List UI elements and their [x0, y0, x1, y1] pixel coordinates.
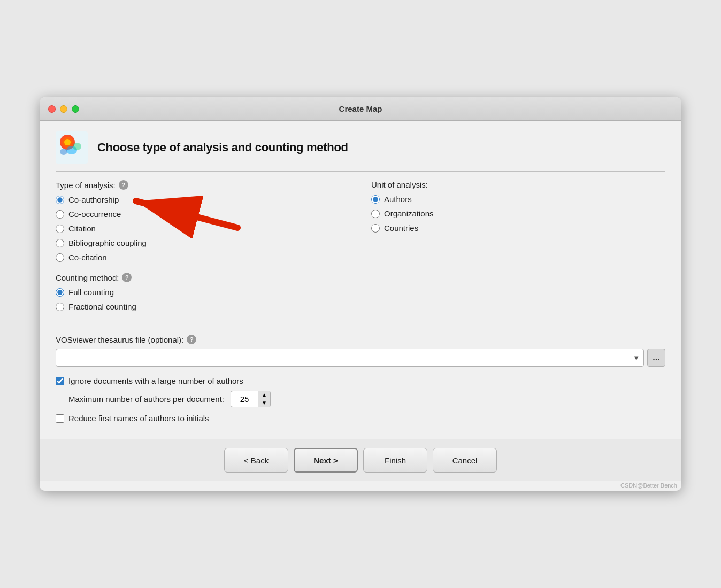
- thesaurus-dropdown[interactable]: [56, 349, 644, 367]
- radio-authors[interactable]: Authors: [371, 195, 665, 204]
- radio-fractional-counting[interactable]: Fractional counting: [56, 302, 350, 311]
- right-column: Unit of analysis: Authors Organizations …: [371, 180, 665, 322]
- main-window: Create Map Choose type of analysis and c…: [40, 97, 681, 491]
- counting-method-label: Counting method: ?: [56, 273, 350, 282]
- content-area: Choose type of analysis and counting met…: [40, 121, 681, 439]
- minimize-button[interactable]: [60, 105, 67, 113]
- header: Choose type of analysis and counting met…: [56, 131, 665, 172]
- radio-countries[interactable]: Countries: [371, 223, 665, 233]
- radio-co-authorship[interactable]: Co-authorship: [56, 195, 350, 204]
- max-authors-input[interactable]: 25: [231, 392, 258, 406]
- cancel-button[interactable]: Cancel: [433, 448, 497, 473]
- analysis-help-icon[interactable]: ?: [119, 180, 128, 190]
- svg-point-3: [64, 139, 71, 145]
- titlebar: Create Map: [40, 97, 681, 121]
- radio-bibliographic-coupling[interactable]: Bibliographic coupling: [56, 238, 350, 247]
- max-authors-stepper[interactable]: 25 ▲ ▼: [231, 391, 271, 407]
- ignore-docs-checkbox[interactable]: [56, 377, 64, 385]
- page-title: Choose type of analysis and counting met…: [97, 141, 348, 154]
- stepper-buttons: ▲ ▼: [258, 391, 270, 407]
- radio-co-occurrence[interactable]: Co-occurrence: [56, 210, 350, 219]
- analysis-type-label: Type of analysis: ?: [56, 180, 350, 190]
- back-button[interactable]: < Back: [224, 448, 288, 473]
- radio-full-counting[interactable]: Full counting: [56, 288, 350, 297]
- unit-analysis-label: Unit of analysis:: [371, 180, 665, 189]
- thesaurus-label: VOSviewer thesaurus file (optional): ?: [56, 335, 665, 344]
- unit-analysis-group: Authors Organizations Countries: [371, 195, 665, 233]
- thesaurus-input-row: ▼ ...: [56, 349, 665, 367]
- close-button[interactable]: [48, 105, 56, 113]
- traffic-lights: [48, 105, 79, 113]
- analysis-type-group: Co-authorship Co-occurrence Citation Bib…: [56, 195, 350, 262]
- radio-co-citation[interactable]: Co-citation: [56, 253, 350, 262]
- app-logo: [56, 131, 88, 164]
- stepper-down-button[interactable]: ▼: [258, 399, 270, 407]
- maximize-button[interactable]: [72, 105, 79, 113]
- svg-point-5: [60, 149, 67, 155]
- thesaurus-section: VOSviewer thesaurus file (optional): ? ▼…: [56, 335, 665, 367]
- stepper-up-button[interactable]: ▲: [258, 391, 270, 399]
- radio-citation[interactable]: Citation: [56, 224, 350, 233]
- window-title: Create Map: [339, 104, 382, 113]
- ignore-docs-checkbox-item[interactable]: Ignore documents with a large number of …: [56, 376, 665, 385]
- form-area: Type of analysis: ? Co-authorship Co-occ…: [56, 180, 665, 322]
- next-button[interactable]: Next >: [294, 448, 358, 473]
- max-authors-row: Maximum number of authors per document: …: [68, 391, 665, 407]
- browse-button[interactable]: ...: [647, 349, 665, 367]
- thesaurus-dropdown-wrapper: ▼: [56, 349, 644, 367]
- svg-point-6: [73, 143, 81, 150]
- max-authors-label: Maximum number of authors per document:: [68, 394, 224, 404]
- footer: < Back Next > Finish Cancel: [40, 439, 681, 481]
- thesaurus-help-icon[interactable]: ?: [187, 335, 196, 344]
- left-column: Type of analysis: ? Co-authorship Co-occ…: [56, 180, 350, 322]
- reduce-names-checkbox-item[interactable]: Reduce first names of authors to initial…: [56, 414, 665, 423]
- finish-button[interactable]: Finish: [363, 448, 427, 473]
- ignore-docs-label: Ignore documents with a large number of …: [68, 376, 243, 385]
- reduce-names-checkbox[interactable]: [56, 414, 64, 423]
- counting-help-icon[interactable]: ?: [122, 273, 132, 282]
- radio-organizations[interactable]: Organizations: [371, 209, 665, 218]
- reduce-names-label: Reduce first names of authors to initial…: [68, 414, 209, 423]
- counting-method-group: Full counting Fractional counting: [56, 288, 350, 311]
- watermark: CSDN@Better Bench: [40, 481, 681, 491]
